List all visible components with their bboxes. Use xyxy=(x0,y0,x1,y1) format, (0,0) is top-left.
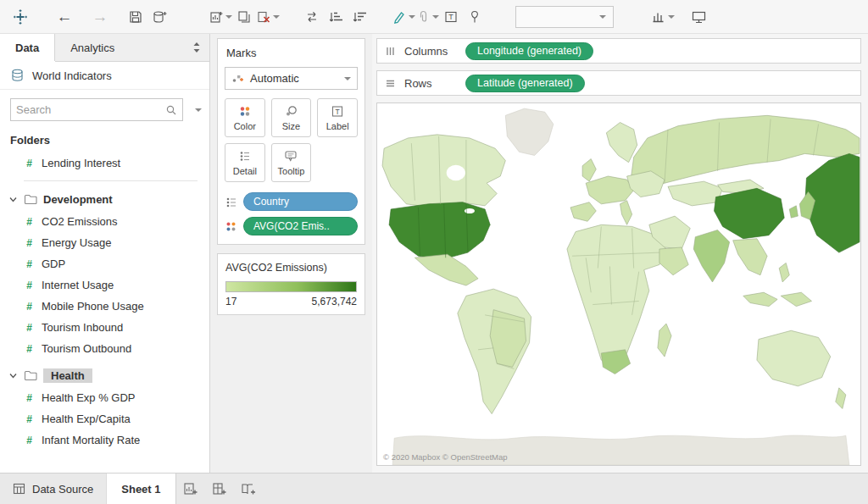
color-legend-card[interactable]: AVG(CO2 Emissions) 17 5,673,742 xyxy=(217,253,365,315)
clear-sheet-caret-icon[interactable] xyxy=(273,15,280,19)
paperclip-icon xyxy=(415,9,431,25)
swap-axes-button[interactable] xyxy=(300,4,324,30)
pane-swap-button[interactable] xyxy=(192,34,209,61)
field-gdp[interactable]: # GDP xyxy=(0,253,209,274)
folder-icon xyxy=(24,370,37,381)
mark-labels-button[interactable]: T xyxy=(439,4,463,30)
pill-latitude-generated[interactable]: Latitude (generated) xyxy=(465,75,585,92)
pill-longitude-generated[interactable]: Longitude (generated) xyxy=(465,42,593,60)
save-button[interactable] xyxy=(124,4,147,30)
tooltip-button[interactable]: Tooltip xyxy=(271,143,312,182)
list-divider xyxy=(24,180,198,181)
field-tourism-outbound[interactable]: # Tourism Outbound xyxy=(0,338,209,359)
field-lending-interest[interactable]: # Lending Interest xyxy=(0,152,209,174)
color-target-icon[interactable] xyxy=(225,220,238,233)
sort-ascending-button[interactable] xyxy=(324,4,348,30)
world-map[interactable] xyxy=(377,103,860,465)
show-hide-cards-button[interactable] xyxy=(651,4,675,30)
field-co2-emissions[interactable]: # CO2 Emissions xyxy=(0,211,209,232)
fit-dropdown[interactable] xyxy=(515,6,614,28)
new-worksheet-tab-button[interactable] xyxy=(176,474,205,504)
field-tourism-inbound[interactable]: # Tourism Inbound xyxy=(0,317,209,338)
map-region-india[interactable] xyxy=(693,230,729,282)
undo-button[interactable]: ← xyxy=(53,4,76,30)
tab-data[interactable]: Data xyxy=(0,34,55,61)
presentation-mode-button[interactable] xyxy=(687,4,710,30)
sheet1-tab[interactable]: Sheet 1 xyxy=(107,474,175,504)
search-input[interactable] xyxy=(16,103,165,116)
color-button[interactable]: Color xyxy=(225,98,265,137)
map-region-western-europe[interactable] xyxy=(586,176,633,204)
new-worksheet-caret-icon[interactable] xyxy=(225,15,232,19)
data-source-tab[interactable]: Data Source xyxy=(0,474,107,504)
map-region-iberia[interactable] xyxy=(570,202,596,222)
duplicate-sheet-button[interactable] xyxy=(232,4,256,30)
map-region-italy[interactable] xyxy=(620,201,632,225)
map-view[interactable]: © 2020 Mapbox © OpenStreetMap xyxy=(376,102,861,466)
map-region-china[interactable] xyxy=(714,188,784,238)
show-hide-cards-caret-icon[interactable] xyxy=(668,15,675,19)
legend-max-value: 5,673,742 xyxy=(312,296,357,307)
map-region-korea[interactable] xyxy=(789,206,798,218)
size-button[interactable]: Size xyxy=(271,98,312,137)
new-story-button[interactable] xyxy=(234,474,263,504)
field-energy-usage[interactable]: # Energy Usage xyxy=(0,232,209,253)
link-caret-icon[interactable] xyxy=(432,15,439,19)
chevron-down-icon xyxy=(8,195,18,204)
label-button[interactable]: T Label xyxy=(317,98,358,137)
search-box[interactable] xyxy=(10,98,183,121)
new-dashboard-button[interactable] xyxy=(205,474,234,504)
field-health-exp-capita[interactable]: # Health Exp/Capita xyxy=(0,408,209,429)
field-infant-mortality-rate[interactable]: # Infant Mortality Rate xyxy=(0,429,209,451)
highlight-caret-icon[interactable] xyxy=(409,15,415,19)
link-button[interactable] xyxy=(415,4,439,30)
map-region-mexico[interactable] xyxy=(415,254,478,285)
detail-button[interactable]: Detail xyxy=(225,143,265,182)
map-region-arabia[interactable] xyxy=(659,247,688,275)
color-button-label: Color xyxy=(234,121,256,131)
legend-gradient-bar[interactable] xyxy=(225,281,357,292)
highlight-button[interactable] xyxy=(392,4,415,30)
new-worksheet-button[interactable] xyxy=(209,4,232,30)
map-region-canada[interactable] xyxy=(382,135,505,208)
sort-descending-button[interactable] xyxy=(348,4,371,30)
map-region-africa[interactable] xyxy=(567,224,666,367)
mark-type-caret-icon[interactable] xyxy=(344,77,351,80)
pin-button[interactable] xyxy=(463,4,487,30)
detail-target-icon[interactable] xyxy=(225,196,238,208)
pill-avg-co2-emissions[interactable]: AVG(CO2 Emis.. xyxy=(243,217,358,235)
map-region-madagascar[interactable] xyxy=(658,324,671,357)
new-datasource-button[interactable] xyxy=(147,4,171,30)
map-region-usa[interactable] xyxy=(389,202,490,260)
view-options-caret-icon[interactable] xyxy=(195,108,202,112)
search-icon xyxy=(165,104,177,116)
map-region-scandinavia[interactable] xyxy=(606,123,637,163)
datasource-row[interactable]: World Indicators xyxy=(0,62,209,90)
mark-type-dropdown[interactable]: Automatic xyxy=(225,67,358,90)
map-region-south-africa[interactable] xyxy=(601,350,630,374)
tab-analytics[interactable]: Analytics xyxy=(55,34,130,61)
folder-development[interactable]: Development xyxy=(0,188,209,211)
redo-button[interactable]: → xyxy=(88,4,112,30)
field-internet-usage[interactable]: # Internet Usage xyxy=(0,274,209,296)
legend-scale: 17 5,673,742 xyxy=(225,296,357,307)
number-sign-icon: # xyxy=(25,343,34,355)
field-health-exp-gdp[interactable]: # Health Exp % GDP xyxy=(0,387,209,408)
tableau-logo-icon[interactable] xyxy=(8,4,32,30)
map-region-indonesia-east[interactable] xyxy=(781,292,811,306)
legend-min-value: 17 xyxy=(225,296,236,307)
map-region-uk[interactable] xyxy=(582,159,596,182)
field-mobile-phone-usage[interactable]: # Mobile Phone Usage xyxy=(0,296,209,317)
clear-sheet-button[interactable] xyxy=(256,4,280,30)
folder-label: Development xyxy=(43,193,113,206)
folder-health[interactable]: Health xyxy=(0,364,209,387)
pill-country-label: Country xyxy=(253,196,289,208)
map-region-australia[interactable] xyxy=(757,330,831,386)
rows-shelf[interactable]: Rows Latitude (generated) xyxy=(376,70,861,96)
map-region-philippines[interactable] xyxy=(779,263,789,282)
pill-country[interactable]: Country xyxy=(243,192,358,211)
map-region-new-zealand[interactable] xyxy=(836,388,846,409)
map-region-indonesia-west[interactable] xyxy=(743,292,777,306)
columns-shelf[interactable]: Columns Longitude (generated) xyxy=(376,38,861,64)
map-region-southeast-asia[interactable] xyxy=(733,239,767,275)
